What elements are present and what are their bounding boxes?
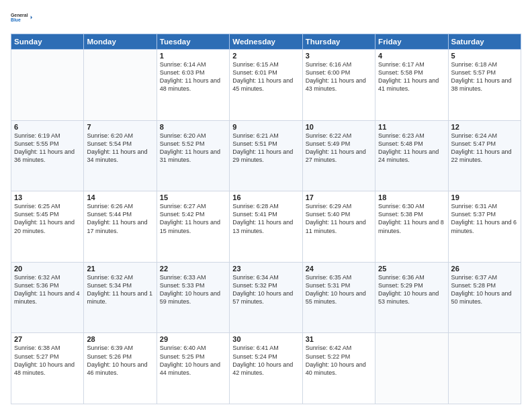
day-number: 22 xyxy=(160,265,226,273)
day-number: 8 xyxy=(160,123,226,131)
cell-info: Sunrise: 6:24 AM Sunset: 5:47 PM Dayligh… xyxy=(451,132,518,165)
cell-info: Sunrise: 6:32 AM Sunset: 5:36 PM Dayligh… xyxy=(14,273,81,306)
calendar-cell: 31Sunrise: 6:42 AM Sunset: 5:22 PM Dayli… xyxy=(302,333,375,404)
cell-info: Sunrise: 6:17 AM Sunset: 5:58 PM Dayligh… xyxy=(378,60,445,93)
day-number: 2 xyxy=(232,52,299,60)
day-number: 17 xyxy=(306,193,372,201)
calendar-cell: 30Sunrise: 6:41 AM Sunset: 5:24 PM Dayli… xyxy=(230,333,302,404)
weekday-header-monday: Monday xyxy=(84,34,157,50)
calendar-cell xyxy=(84,50,157,121)
day-number: 20 xyxy=(14,265,81,273)
header: General Blue xyxy=(11,7,521,28)
calendar-cell: 15Sunrise: 6:27 AM Sunset: 5:42 PM Dayli… xyxy=(157,191,229,263)
day-number: 1 xyxy=(160,52,226,60)
day-number: 16 xyxy=(232,193,299,201)
day-number: 13 xyxy=(14,193,81,201)
svg-marker-2 xyxy=(31,15,32,19)
day-number: 25 xyxy=(378,265,445,273)
calendar-cell: 16Sunrise: 6:28 AM Sunset: 5:41 PM Dayli… xyxy=(230,191,302,263)
svg-text:Blue: Blue xyxy=(11,17,21,22)
calendar-cell: 11Sunrise: 6:23 AM Sunset: 5:48 PM Dayli… xyxy=(375,120,448,191)
cell-info: Sunrise: 6:27 AM Sunset: 5:42 PM Dayligh… xyxy=(160,202,226,235)
cell-info: Sunrise: 6:15 AM Sunset: 6:01 PM Dayligh… xyxy=(232,60,299,93)
cell-info: Sunrise: 6:14 AM Sunset: 6:03 PM Dayligh… xyxy=(160,60,226,93)
weekday-header-sunday: Sunday xyxy=(11,34,84,50)
week-row-3: 13Sunrise: 6:25 AM Sunset: 5:45 PM Dayli… xyxy=(11,191,521,263)
day-number: 21 xyxy=(87,265,153,273)
day-number: 10 xyxy=(306,123,372,131)
cell-info: Sunrise: 6:29 AM Sunset: 5:40 PM Dayligh… xyxy=(306,202,372,235)
logo-icon: General Blue xyxy=(11,7,32,28)
day-number: 26 xyxy=(451,265,518,273)
day-number: 18 xyxy=(378,193,445,201)
day-number: 3 xyxy=(306,52,372,60)
cell-info: Sunrise: 6:42 AM Sunset: 5:22 PM Dayligh… xyxy=(306,344,372,377)
day-number: 24 xyxy=(306,265,372,273)
calendar-cell: 6Sunrise: 6:19 AM Sunset: 5:55 PM Daylig… xyxy=(11,120,84,191)
weekday-header-tuesday: Tuesday xyxy=(157,34,229,50)
calendar-cell: 22Sunrise: 6:33 AM Sunset: 5:33 PM Dayli… xyxy=(157,262,229,333)
cell-info: Sunrise: 6:23 AM Sunset: 5:48 PM Dayligh… xyxy=(378,132,445,165)
calendar-cell: 13Sunrise: 6:25 AM Sunset: 5:45 PM Dayli… xyxy=(11,191,84,263)
day-number: 15 xyxy=(160,193,226,201)
cell-info: Sunrise: 6:36 AM Sunset: 5:29 PM Dayligh… xyxy=(378,273,445,306)
calendar-cell: 12Sunrise: 6:24 AM Sunset: 5:47 PM Dayli… xyxy=(448,120,521,191)
calendar-cell xyxy=(448,333,521,404)
day-number: 11 xyxy=(378,123,445,131)
calendar-cell: 20Sunrise: 6:32 AM Sunset: 5:36 PM Dayli… xyxy=(11,262,84,333)
weekday-header-thursday: Thursday xyxy=(302,34,375,50)
cell-info: Sunrise: 6:30 AM Sunset: 5:38 PM Dayligh… xyxy=(378,202,445,235)
calendar: SundayMondayTuesdayWednesdayThursdayFrid… xyxy=(11,34,521,404)
cell-info: Sunrise: 6:20 AM Sunset: 5:54 PM Dayligh… xyxy=(87,132,153,165)
cell-info: Sunrise: 6:18 AM Sunset: 5:57 PM Dayligh… xyxy=(451,60,518,93)
cell-info: Sunrise: 6:20 AM Sunset: 5:52 PM Dayligh… xyxy=(160,132,226,165)
cell-info: Sunrise: 6:32 AM Sunset: 5:34 PM Dayligh… xyxy=(87,273,153,306)
calendar-cell: 19Sunrise: 6:31 AM Sunset: 5:37 PM Dayli… xyxy=(448,191,521,263)
calendar-cell: 10Sunrise: 6:22 AM Sunset: 5:49 PM Dayli… xyxy=(302,120,375,191)
calendar-cell: 4Sunrise: 6:17 AM Sunset: 5:58 PM Daylig… xyxy=(375,50,448,121)
week-row-4: 20Sunrise: 6:32 AM Sunset: 5:36 PM Dayli… xyxy=(11,262,521,333)
weekday-header-wednesday: Wednesday xyxy=(230,34,302,50)
week-row-5: 27Sunrise: 6:38 AM Sunset: 5:27 PM Dayli… xyxy=(11,333,521,404)
calendar-cell: 9Sunrise: 6:21 AM Sunset: 5:51 PM Daylig… xyxy=(230,120,302,191)
day-number: 27 xyxy=(14,335,81,343)
day-number: 7 xyxy=(87,123,153,131)
calendar-cell: 28Sunrise: 6:39 AM Sunset: 5:26 PM Dayli… xyxy=(84,333,157,404)
page: General Blue SundayMondayTuesdayWednesda… xyxy=(0,0,532,411)
day-number: 23 xyxy=(232,265,299,273)
calendar-cell: 3Sunrise: 6:16 AM Sunset: 6:00 PM Daylig… xyxy=(302,50,375,121)
calendar-cell: 14Sunrise: 6:26 AM Sunset: 5:44 PM Dayli… xyxy=(84,191,157,263)
week-row-2: 6Sunrise: 6:19 AM Sunset: 5:55 PM Daylig… xyxy=(11,120,521,191)
calendar-cell: 29Sunrise: 6:40 AM Sunset: 5:25 PM Dayli… xyxy=(157,333,229,404)
cell-info: Sunrise: 6:19 AM Sunset: 5:55 PM Dayligh… xyxy=(14,132,81,165)
logo: General Blue xyxy=(11,7,32,28)
week-row-1: 1Sunrise: 6:14 AM Sunset: 6:03 PM Daylig… xyxy=(11,50,521,121)
calendar-cell xyxy=(375,333,448,404)
svg-text:General: General xyxy=(11,13,28,17)
calendar-cell: 23Sunrise: 6:34 AM Sunset: 5:32 PM Dayli… xyxy=(230,262,302,333)
cell-info: Sunrise: 6:39 AM Sunset: 5:26 PM Dayligh… xyxy=(87,344,153,377)
calendar-cell: 24Sunrise: 6:35 AM Sunset: 5:31 PM Dayli… xyxy=(302,262,375,333)
day-number: 31 xyxy=(306,335,372,343)
cell-info: Sunrise: 6:35 AM Sunset: 5:31 PM Dayligh… xyxy=(306,273,372,306)
weekday-header-row: SundayMondayTuesdayWednesdayThursdayFrid… xyxy=(11,34,521,50)
cell-info: Sunrise: 6:31 AM Sunset: 5:37 PM Dayligh… xyxy=(451,202,518,235)
cell-info: Sunrise: 6:40 AM Sunset: 5:25 PM Dayligh… xyxy=(160,344,226,377)
weekday-header-friday: Friday xyxy=(375,34,448,50)
cell-info: Sunrise: 6:25 AM Sunset: 5:45 PM Dayligh… xyxy=(14,202,81,235)
calendar-cell: 5Sunrise: 6:18 AM Sunset: 5:57 PM Daylig… xyxy=(448,50,521,121)
cell-info: Sunrise: 6:16 AM Sunset: 6:00 PM Dayligh… xyxy=(306,60,372,93)
calendar-cell: 21Sunrise: 6:32 AM Sunset: 5:34 PM Dayli… xyxy=(84,262,157,333)
calendar-cell: 2Sunrise: 6:15 AM Sunset: 6:01 PM Daylig… xyxy=(230,50,302,121)
cell-info: Sunrise: 6:26 AM Sunset: 5:44 PM Dayligh… xyxy=(87,202,153,235)
cell-info: Sunrise: 6:38 AM Sunset: 5:27 PM Dayligh… xyxy=(14,344,81,377)
day-number: 29 xyxy=(160,335,226,343)
day-number: 30 xyxy=(232,335,299,343)
cell-info: Sunrise: 6:22 AM Sunset: 5:49 PM Dayligh… xyxy=(306,132,372,165)
day-number: 14 xyxy=(87,193,153,201)
calendar-cell: 26Sunrise: 6:37 AM Sunset: 5:28 PM Dayli… xyxy=(448,262,521,333)
day-number: 9 xyxy=(232,123,299,131)
calendar-cell: 25Sunrise: 6:36 AM Sunset: 5:29 PM Dayli… xyxy=(375,262,448,333)
day-number: 4 xyxy=(378,52,445,60)
day-number: 12 xyxy=(451,123,518,131)
